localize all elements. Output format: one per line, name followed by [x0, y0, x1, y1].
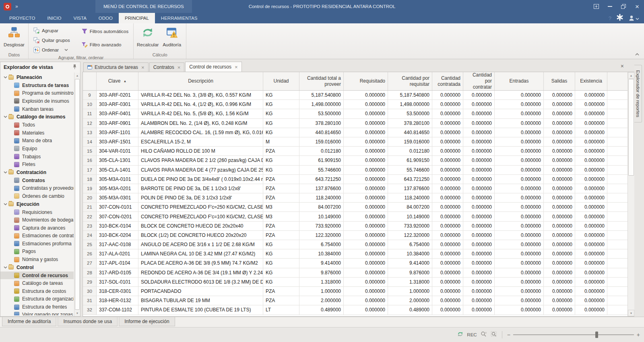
table-row[interactable]: 12303-ARF-0901ALAMBRON DEL No. 2, (1/4 Ø…: [83, 119, 634, 128]
ribbon-tab-odoo[interactable]: ODOO: [93, 13, 119, 23]
table-row[interactable]: 9303-ARF-0201VARILLA R-42 DEL No. 3, (3/…: [83, 91, 634, 100]
tree-item-kanban-tareas[interactable]: Kanban tareas: [0, 105, 74, 113]
help-icon[interactable]: ?: [609, 15, 611, 21]
tree-item-contratos[interactable]: Contratos: [0, 176, 74, 184]
agrupar-button[interactable]: Agrupar: [31, 26, 73, 35]
filtros-automaticos-button[interactable]: Filtros automáticos: [78, 27, 132, 36]
tree-item-programa-de-suministros[interactable]: Programa de suministros: [0, 89, 74, 97]
tree-item-trabajos[interactable]: Trabajos: [0, 153, 74, 161]
grid-scrollbar-thumb[interactable]: [628, 79, 634, 176]
pin-icon[interactable]: [72, 64, 77, 70]
table-row[interactable]: 23310-BCK-0104BLOCK DE CONCRETO HUECO DE…: [83, 222, 634, 231]
close-icon[interactable]: ×: [235, 64, 238, 70]
column-header-cantidad-por-contratar[interactable]: Cantidad por contratar: [463, 72, 495, 90]
table-row[interactable]: 26317-ALA-0201LAMINA NEGRA CAL 10 DE 3.4…: [83, 249, 634, 259]
tree-item-materiales[interactable]: Materiales: [0, 129, 74, 137]
ribbon-tab-proyecto[interactable]: PROYECTO: [3, 13, 41, 23]
zoom-slider-thumb[interactable]: [595, 332, 598, 338]
asterisk-logo-icon[interactable]: [616, 14, 623, 23]
collapse-ribbon-icon[interactable]: [635, 50, 639, 57]
table-row[interactable]: 27317-APL-0104PLACA DE ACERO A-36 DE 3/8…: [83, 259, 634, 268]
tree-item-ordenes-de-cambio[interactable]: Órdenes de cambio: [0, 192, 74, 200]
tree-item-fletes[interactable]: Fletes: [0, 160, 74, 168]
document-close-button[interactable]: ×: [621, 63, 624, 69]
zoom-slider-track[interactable]: [513, 334, 634, 335]
tree-item-explosion-de-insumos[interactable]: Explosión de insumos: [0, 97, 74, 105]
document-tab-estructura-de-tareas[interactable]: Estructura de tareas×: [83, 62, 149, 72]
table-row[interactable]: 13303-ARF-1101ALAMBRE RECOCIDO CAL. 16, …: [83, 128, 634, 137]
ribbon-tab-principal[interactable]: PRINCIPAL: [119, 13, 155, 23]
tree-section-control[interactable]: Control: [0, 263, 74, 272]
table-row[interactable]: 25317-AAC-0108ANGULO DE ACERO DE 3/16 x …: [83, 240, 634, 249]
bottom-tab-informe-de-ejecucion[interactable]: Informe de ejecución: [119, 317, 175, 326]
table-row[interactable]: 29317-SOL-0101SOLDADURA ELECTRODO 6013 D…: [83, 278, 634, 287]
restore-button[interactable]: [617, 0, 630, 13]
quitar-grupos-button[interactable]: Quitar grupos: [31, 35, 73, 45]
user-account-button[interactable]: [628, 15, 639, 22]
ribbon-tab-vista[interactable]: VISTA: [67, 13, 92, 23]
recalcular-button[interactable]: Recalcular: [136, 25, 160, 47]
tree-item-estructura-de-organizacion[interactable]: Estructura de organización: [0, 295, 74, 303]
ordenar-button[interactable]: Ordenar: [31, 45, 73, 55]
column-header-unidad[interactable]: Unidad: [263, 72, 299, 90]
zoom-percent-icon[interactable]: [481, 331, 487, 339]
table-row[interactable]: 17305-CLA-1401CLAVOS PARA MADERA DE 4 (7…: [83, 166, 634, 175]
ribbon-tab-herramientas[interactable]: HERRAMIENTAS: [155, 13, 204, 23]
table-row[interactable]: 18305-M3A-0101DUELA DE PINO DE 3a DE 3/4…: [83, 175, 634, 184]
tree-section-ejecucion[interactable]: Ejecución: [0, 200, 74, 208]
tree-item-estructura-de-costos[interactable]: Estructura de costos: [0, 287, 74, 295]
table-row[interactable]: 15304-VAR-0101HILO CAÑAMO ROLLO DE 100 M…: [83, 147, 634, 156]
ribbon-tab-inicio[interactable]: INICIO: [41, 13, 67, 23]
tree-item-estimaciones-de-contrati[interactable]: Estimaciones de contrati...: [0, 232, 74, 240]
desglosar-button[interactable]: Desglosar: [2, 25, 26, 47]
column-header-requisitado[interactable]: Requisitado: [344, 72, 388, 90]
bottom-tab-insumos-donde-se-usa[interactable]: Insumos donde se usa: [58, 317, 118, 326]
close-icon[interactable]: ×: [178, 65, 181, 70]
zoom-out-icon[interactable]: −: [507, 332, 510, 338]
tree-item-nomina-y-gastos[interactable]: Nómina y gastos: [0, 255, 74, 263]
column-header-entradas[interactable]: Entradas: [495, 72, 544, 90]
column-header-descripcion[interactable]: Descripción: [138, 72, 263, 90]
bottom-tab-informe-de-auditoria[interactable]: Informe de auditoría: [2, 317, 56, 326]
column-header-cantidad-total-a-proveer[interactable]: Cantidad total a proveer: [299, 72, 344, 90]
table-row[interactable]: 11303-ARF-0401VARILLA R-42 DEL No. 5, (5…: [83, 109, 634, 118]
column-header-salidas[interactable]: Salidas: [544, 72, 575, 90]
table-row[interactable]: 32337-COM-1102PINTURA DE ESMALTE 100 (CU…: [83, 305, 634, 315]
table-row[interactable]: 14303-ARF-1501ESCALERILLA 15-2, MM159.01…: [83, 137, 634, 147]
table-row[interactable]: 19305-M3A-0201BARROTE DE PINO DE 3a, DE …: [83, 184, 634, 193]
tree-item-equipo[interactable]: Equipo: [0, 145, 74, 153]
refresh-icon[interactable]: [457, 331, 463, 339]
scroll-down-icon[interactable]: ▼: [74, 310, 80, 316]
tree-section-planeacion[interactable]: Planeación: [0, 73, 74, 81]
close-icon[interactable]: ×: [141, 65, 144, 70]
scroll-up-icon[interactable]: ▲: [74, 73, 80, 79]
sidebar-scrollbar[interactable]: ▲ ▼: [74, 73, 80, 316]
scroll-down-icon[interactable]: ▼: [628, 310, 634, 316]
zoom-in-icon[interactable]: +: [637, 332, 640, 338]
tree-item-estructura-de-frentes[interactable]: Estructura de frentes: [0, 303, 74, 311]
scroll-up-icon[interactable]: ▲: [628, 72, 634, 79]
close-button[interactable]: ×: [630, 0, 644, 13]
tree-item-todos[interactable]: Todos: [0, 121, 74, 129]
table-row[interactable]: 20305-M3A-0301POLIN DE PINO DE 3a, DE 3 …: [83, 193, 634, 203]
tree-item-estimaciones-proforma[interactable]: Estimaciones proforma: [0, 240, 74, 248]
table-row[interactable]: 21307-CON-0101CONCRETO PREMEZCLADO F'c=2…: [83, 203, 634, 212]
column-header-cantidad-por-requisitar[interactable]: Cantidad por requisitar: [388, 72, 432, 90]
table-row[interactable]: 28317-ARD-0105REDONDO DE ACERO A-36 DE 3…: [83, 268, 634, 278]
column-header-cantidad-contratada[interactable]: Cantidad contratada: [432, 72, 463, 90]
filtro-avanzado-button[interactable]: Filtro avanzado: [78, 40, 132, 50]
app-logo-icon[interactable]: [4, 3, 11, 10]
sidebar-scrollbar-thumb[interactable]: [75, 79, 80, 310]
tree-item-estructura-de-tareas[interactable]: Estructura de tareas: [0, 81, 74, 89]
window-pane-icon[interactable]: [589, 0, 603, 13]
document-tab-control-de-recursos[interactable]: Control de recursos×: [185, 62, 242, 72]
column-header-existencia[interactable]: Existencia: [575, 72, 607, 90]
tree-item-pagos[interactable]: Pagos: [0, 248, 74, 256]
tree-item-catalogo-de-tareas[interactable]: Catálogo de tareas: [0, 279, 74, 287]
column-header-clave[interactable]: Clave▲: [97, 72, 138, 90]
report-explorer-tab[interactable]: Explorador de reportes: [634, 65, 642, 122]
table-row[interactable]: 16305-CLA-1301CLAVOS PARA MADERA DE 2 1/…: [83, 156, 634, 165]
table-row[interactable]: 31318-HER-0132BISAGRA TUBULAR DE 19 MMPZ…: [83, 296, 634, 305]
grid-scrollbar[interactable]: ▲ ▼: [627, 72, 634, 316]
minimize-button[interactable]: [603, 0, 617, 13]
